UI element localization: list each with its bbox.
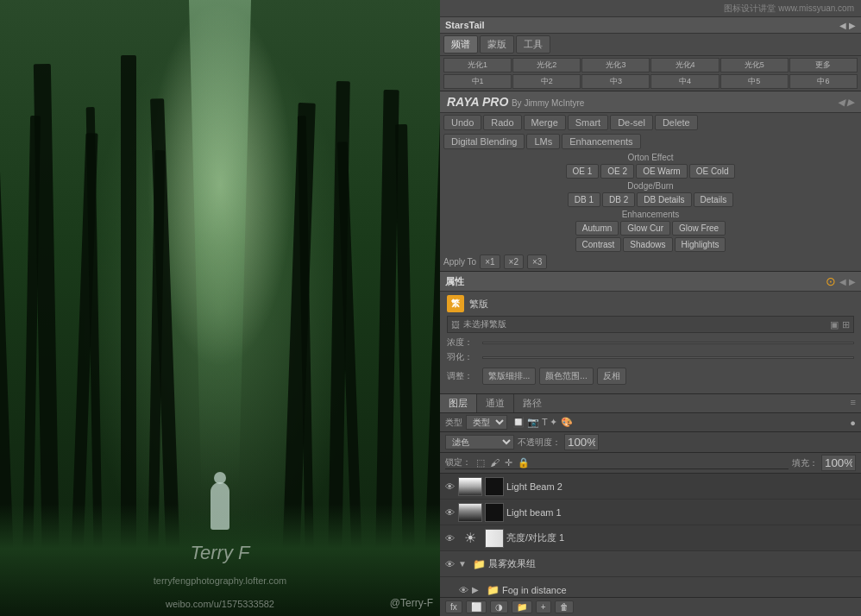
lock-all-icon[interactable]: 🔒 [518, 457, 530, 468]
st-cell-r2-3[interactable]: 中3 [581, 74, 650, 89]
layer-morning-group[interactable]: 👁 ▼ 📁 晨雾效果组 [440, 551, 861, 577]
apply-x1[interactable]: ×1 [480, 255, 500, 269]
raya-tab-rado[interactable]: Rado [483, 115, 521, 130]
oe-cold-btn[interactable]: OE Cold [689, 164, 736, 179]
layer-adj-btn[interactable]: ◑ [490, 600, 508, 613]
oe2-btn[interactable]: OE 2 [600, 164, 634, 179]
prop-btn2[interactable]: 颜色范围... [539, 368, 593, 385]
oe-warm-btn[interactable]: OE Warm [636, 164, 688, 179]
glow-cur-btn[interactable]: Glow Cur [620, 221, 670, 236]
fill-input[interactable] [821, 455, 856, 471]
eye-fog[interactable]: 👁 [457, 585, 469, 595]
photo-watermark-site: terryfengphotography.lofter.com [154, 575, 287, 586]
fill-label: 填充： [792, 457, 818, 469]
highlights-btn[interactable]: Highlights [675, 237, 726, 252]
prop-btn1[interactable]: 繁版细排... [482, 368, 536, 385]
mask-brightness [485, 529, 504, 548]
starstail-grid-row2: 中1 中2 中3 中4 中5 中6 [440, 74, 861, 91]
st-cell-gc4[interactable]: 光化4 [650, 58, 719, 72]
apply-label: Apply To [443, 257, 476, 267]
prop-adjust-label: 调整： [447, 370, 477, 382]
eye-brightness[interactable]: 👁 [443, 533, 456, 544]
layer-fog-in-distance[interactable]: 👁 ▶ 📁 Fog in distance [440, 577, 861, 597]
dodge-btns: DB 1 DB 2 DB Details Details [440, 192, 861, 208]
tab-layers[interactable]: 图层 [440, 394, 477, 412]
tab-paths[interactable]: 路径 [514, 394, 550, 412]
eye-light-beam-2[interactable]: 👁 [443, 481, 456, 492]
filter-select[interactable]: 类型 [466, 415, 507, 430]
shadows-btn[interactable]: Shadows [623, 237, 672, 252]
expand-morning-icon[interactable]: ▼ [458, 559, 470, 569]
raya-tab-lms[interactable]: LMs [526, 134, 560, 149]
rayapro-arrows[interactable]: ◀ ▶ [838, 97, 854, 107]
filter-toggle[interactable]: ● [850, 418, 856, 428]
starstail-arrows[interactable]: ◀ ▶ [839, 21, 856, 30]
properties-panel: 属性 ⊙ ◀ ▶ 繁 繁版 🖼 未选择繁版 ▣ ⊞ 浓度： [440, 272, 861, 394]
layer-fx-btn[interactable]: fx [445, 600, 462, 613]
raya-tab-enhancements[interactable]: Enhancements [562, 134, 640, 149]
properties-header: 属性 ⊙ ◀ ▶ [440, 272, 861, 292]
st-cell-r2-4[interactable]: 中4 [650, 74, 719, 89]
st-cell-r2-2[interactable]: 中2 [512, 74, 581, 89]
layer-mask-btn[interactable]: ⬜ [466, 600, 487, 613]
properties-arrows[interactable]: ◀ ▶ [839, 277, 856, 286]
st-cell-gc3[interactable]: 光化3 [581, 58, 650, 72]
raya-tab-delete[interactable]: Delete [655, 115, 698, 130]
details-btn[interactable]: Details [694, 192, 734, 207]
prop-icon2[interactable]: ⊞ [842, 319, 850, 330]
db1-btn[interactable]: DB 1 [568, 192, 600, 207]
layers-panel: 图层 通道 路径 ≡ 类型 类型 🔲 📷 T ✦ 🎨 ● 滤色 不透明度： [440, 394, 861, 616]
eye-morning-group[interactable]: 👁 [443, 559, 456, 569]
st-cell-r2-1[interactable]: 中1 [443, 74, 512, 89]
rayapro-header: RAYA PRO By Jimmy McIntyre ◀ ▶ [440, 91, 861, 113]
thumb-light-beam-2 [458, 477, 482, 496]
layer-new-btn[interactable]: + [536, 600, 551, 613]
raya-tab-digital[interactable]: Digital Blending [443, 134, 525, 149]
prop-plugin-row: 🖼 未选择繁版 ▣ ⊞ [447, 316, 854, 333]
lock-brush-icon[interactable]: 🖌 [490, 457, 500, 468]
layer-brightness-1[interactable]: 👁 ☀ 亮度/对比度 1 [440, 525, 861, 551]
layers-fill-row: 锁定： ⬚ 🖌 ✛ 🔒 填充： [440, 453, 861, 474]
layer-group-btn[interactable]: 📁 [512, 600, 532, 613]
prop-icon1[interactable]: ▣ [830, 319, 839, 330]
prop-btn3[interactable]: 反相 [597, 368, 626, 385]
raya-tab-desel[interactable]: De-sel [610, 115, 653, 130]
glow-free-btn[interactable]: Glow Free [672, 221, 726, 236]
oe1-btn[interactable]: OE 1 [566, 164, 600, 179]
starstail-tab-gongju[interactable]: 工具 [516, 35, 550, 53]
layer-light-beam-2[interactable]: 👁 Light Beam 2 [440, 474, 861, 500]
starstail-tab-pinpu[interactable]: 频谱 [443, 35, 478, 53]
tab-channels[interactable]: 通道 [477, 394, 514, 412]
layers-menu-icon[interactable]: ≡ [845, 394, 861, 412]
prop-depth-slider[interactable] [482, 342, 854, 344]
raya-tab-merge[interactable]: Merge [524, 115, 566, 130]
db2-btn[interactable]: DB 2 [602, 192, 635, 207]
st-cell-gc2[interactable]: 光化2 [512, 58, 581, 72]
blend-mode-select[interactable]: 滤色 [445, 435, 514, 449]
apply-x3[interactable]: ×3 [527, 255, 547, 269]
st-cell-gc5[interactable]: 光化5 [720, 58, 789, 72]
st-cell-gc6[interactable]: 更多 [789, 58, 858, 72]
layer-light-beam-1[interactable]: 👁 Light beam 1 [440, 500, 861, 525]
opacity-input[interactable] [564, 434, 599, 450]
lock-move-icon[interactable]: ✛ [505, 457, 512, 468]
prop-feather-label: 羽化： [447, 351, 477, 363]
starstail-tabs: 频谱 蒙版 工具 [440, 34, 861, 56]
st-cell-r2-6[interactable]: 中6 [789, 74, 858, 89]
contrast-btn[interactable]: Contrast [575, 237, 622, 252]
autumn-btn[interactable]: Autumn [575, 221, 619, 236]
expand-fog-icon[interactable]: ▶ [472, 585, 484, 594]
lock-transparent-icon[interactable]: ⬚ [476, 457, 485, 468]
prop-feather-slider[interactable] [482, 356, 854, 359]
starstail-tab-mengban[interactable]: 蒙版 [480, 35, 514, 53]
st-cell-gc1[interactable]: 光化1 [443, 58, 512, 72]
starstail-panel: StarsTail ◀ ▶ 频谱 蒙版 工具 光化1 光化2 光化3 光化4 光… [440, 17, 861, 91]
raya-tab-undo[interactable]: Undo [443, 115, 481, 130]
db-details-btn[interactable]: DB Details [637, 192, 691, 207]
apply-x2[interactable]: ×2 [504, 255, 524, 269]
raya-tab-smart[interactable]: Smart [568, 115, 608, 130]
eye-light-beam-1[interactable]: 👁 [443, 507, 456, 518]
enh-btns1: Autumn Glow Cur Glow Free [440, 220, 861, 236]
layer-delete-btn[interactable]: 🗑 [555, 600, 574, 613]
st-cell-r2-5[interactable]: 中5 [720, 74, 789, 89]
